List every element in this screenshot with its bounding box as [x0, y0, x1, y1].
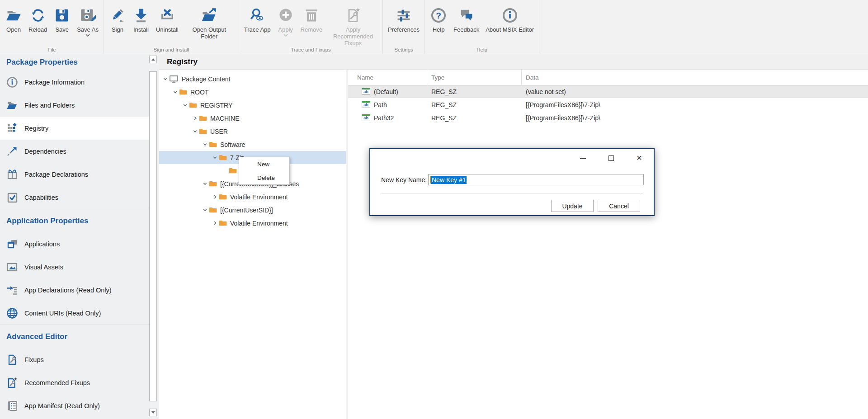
sidebar-item-label: App Manifest (Read Only) [24, 402, 100, 410]
trace-app-button[interactable]: Trace App [241, 2, 274, 47]
save-icon [54, 5, 70, 26]
feedback-button[interactable]: Feedback [450, 2, 482, 46]
sidebar-item-visual-assets[interactable]: Visual Assets [0, 255, 149, 278]
chevron-down-icon[interactable] [161, 76, 169, 81]
save-button[interactable]: Save [50, 2, 74, 46]
ribbon-group-label: Trace and Fixups [239, 47, 382, 52]
tree-item-currentusersid[interactable]: [{CurrentUserSID}] [159, 203, 346, 217]
new-key-name-input[interactable]: New Key #1 [428, 174, 644, 185]
chevron-right-icon[interactable] [211, 221, 219, 226]
table-row-path[interactable]: ab Path REG_SZ [{ProgramFilesX86}]\7-Zip… [348, 98, 868, 111]
tree-item-root[interactable]: ROOT [159, 85, 346, 99]
chevron-down-icon[interactable] [191, 129, 199, 134]
chevron-down-icon[interactable] [201, 142, 209, 147]
scroll-up-button[interactable] [149, 56, 157, 63]
value-type: REG_SZ [427, 114, 522, 122]
table-header-row: Name Type Data [348, 70, 868, 85]
sidebar-item-app-declarations[interactable]: App Declarations (Read Only) [0, 278, 149, 301]
chevron-down-icon[interactable] [201, 181, 209, 186]
panel-splitter[interactable] [346, 70, 346, 419]
tree-item-software[interactable]: Software [159, 138, 346, 151]
folder-icon [209, 141, 217, 148]
help-button[interactable]: ? Help [427, 2, 450, 46]
trace-app-label: Trace App [244, 26, 271, 33]
save-as-button[interactable]: Save As [74, 2, 102, 46]
close-button[interactable]: ✕ [633, 152, 646, 165]
app-windows-icon [6, 238, 24, 250]
sidebar-item-recommended-fixups[interactable]: Recommended Fixups [0, 371, 149, 394]
save-as-label: Save As [77, 26, 99, 33]
ribbon-group-label: Sign and Install [104, 47, 239, 52]
install-button[interactable]: Install [129, 2, 153, 46]
close-icon: ✕ [636, 155, 642, 162]
sidebar-item-label: Fixups [24, 356, 44, 363]
page-title: Registry [159, 57, 198, 66]
sign-button[interactable]: Sign [106, 2, 129, 46]
sidebar-item-applications[interactable]: Applications [0, 232, 149, 255]
tree-item-volatile-environment-2[interactable]: Volatile Environment [159, 217, 346, 230]
tree-item-label: MACHINE [210, 115, 240, 122]
sidebar-scrollbar [149, 54, 157, 419]
open-output-folder-button[interactable]: Open Output Folder [182, 2, 237, 46]
about-msix-editor-button[interactable]: About MSIX Editor [482, 2, 537, 46]
table-row-path32[interactable]: ab Path32 REG_SZ [{ProgramFilesX86}]\7-Z… [348, 111, 868, 124]
value-data: [{ProgramFilesX86}]\7-Zip\ [522, 114, 868, 122]
folder-icon [189, 102, 197, 108]
tree-item-package-content[interactable]: Package Content [159, 72, 346, 85]
sidebar-item-fixups[interactable]: Fixups [0, 348, 149, 371]
cancel-button[interactable]: Cancel [598, 200, 640, 212]
chevron-down-icon[interactable] [201, 207, 209, 212]
context-menu-item-delete[interactable]: Delete [239, 171, 289, 184]
tree-item-label: REGISTRY [200, 102, 232, 109]
sidebar-item-package-information[interactable]: Package Information [0, 71, 149, 94]
preferences-button[interactable]: Preferences [385, 2, 423, 46]
ribbon-toolbar: Open Reload Save Save As [0, 0, 868, 54]
tree-item-machine[interactable]: MACHINE [159, 112, 346, 125]
tree-item-user[interactable]: USER [159, 125, 346, 138]
context-menu-item-new[interactable]: New [239, 157, 289, 171]
sidebar-item-capabilities[interactable]: Capabilities [0, 186, 149, 209]
gift-box-icon [6, 169, 24, 180]
chevron-right-icon[interactable] [211, 194, 219, 199]
sidebar-item-dependencies[interactable]: Dependencies [0, 140, 149, 163]
sign-label: Sign [112, 26, 123, 33]
chevron-down-icon[interactable] [181, 103, 189, 108]
sidebar-item-label: Recommended Fixups [24, 379, 90, 386]
open-button[interactable]: Open [2, 2, 25, 46]
scroll-down-button[interactable] [149, 409, 157, 416]
update-button[interactable]: Update [551, 200, 594, 212]
sidebar-item-content-uris[interactable]: Content URIs (Read Only) [0, 301, 149, 325]
maximize-button[interactable] [605, 152, 618, 165]
column-header-type[interactable]: Type [427, 70, 522, 85]
chevron-down-icon[interactable] [171, 89, 179, 94]
new-key-dialog: ✕ New Key Name: New Key #1 Update Cancel [369, 148, 655, 216]
sidebar-item-label: Files and Folders [24, 102, 75, 109]
new-key-name-label: New Key Name: [381, 176, 427, 184]
globe-icon [6, 307, 24, 319]
scrollbar-thumb[interactable] [149, 71, 157, 401]
table-row-default[interactable]: ab (Default) REG_SZ (value not set) [348, 85, 868, 98]
reload-button[interactable]: Reload [25, 2, 50, 46]
sidebar-item-registry[interactable]: Registry [0, 117, 149, 140]
minimize-button[interactable] [576, 152, 589, 165]
sidebar-item-label: Dependencies [24, 148, 66, 155]
save-as-icon [80, 5, 96, 26]
tree-item-registry[interactable]: REGISTRY [159, 99, 346, 112]
chevron-down-icon[interactable] [211, 155, 219, 160]
svg-text:?: ? [436, 11, 441, 20]
section-heading-advanced-editor: Advanced Editor [0, 325, 149, 348]
column-header-name[interactable]: Name [348, 70, 427, 85]
trace-app-icon [249, 5, 265, 26]
chevron-right-icon[interactable] [191, 116, 199, 121]
column-header-data[interactable]: Data [522, 70, 868, 85]
uninstall-button[interactable]: Uninstall [153, 2, 182, 46]
folder-icon [209, 207, 217, 213]
value-name: (Default) [374, 88, 398, 95]
sidebar-item-package-declarations[interactable]: Package Declarations [0, 163, 149, 186]
sidebar-item-files-and-folders[interactable]: Files and Folders [0, 94, 149, 117]
sidebar-item-app-manifest[interactable]: App Manifest (Read Only) [0, 394, 149, 417]
tree-item-label: [{CurrentUserSID}] [220, 207, 273, 214]
tree-item-volatile-environment-1[interactable]: Volatile Environment [159, 190, 346, 203]
chevron-down-icon [283, 34, 288, 37]
sidebar-item-label: Registry [24, 125, 48, 132]
